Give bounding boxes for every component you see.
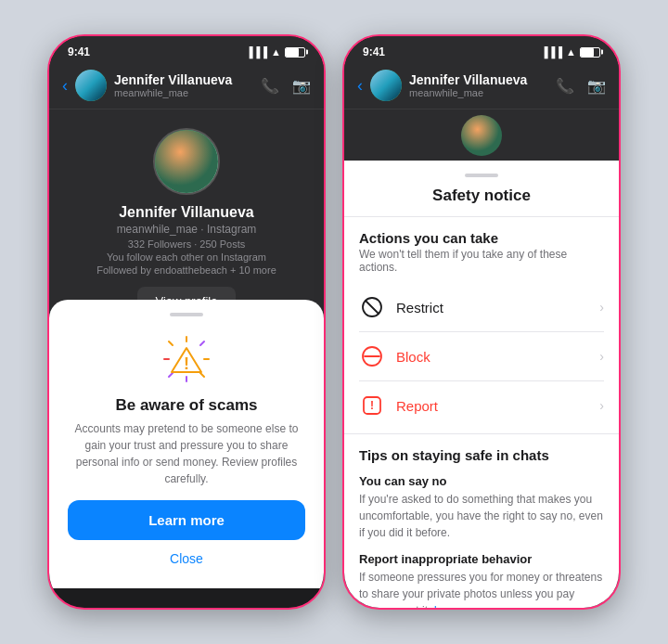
block-icon bbox=[359, 343, 385, 369]
restrict-action[interactable]: Restrict › bbox=[359, 283, 604, 332]
back-button-right[interactable]: ‹ bbox=[357, 76, 363, 96]
header-avatar-left bbox=[75, 70, 107, 101]
signal-icon-right: ▐▐▐ bbox=[541, 46, 562, 58]
safety-notice-sheet: Safety notice Actions you can take We wo… bbox=[344, 161, 619, 610]
block-chevron: › bbox=[599, 349, 604, 364]
sheet-handle-right bbox=[465, 174, 498, 177]
restrict-chevron: › bbox=[599, 300, 604, 315]
actions-subtitle: We won't tell them if you take any of th… bbox=[359, 248, 604, 274]
restrict-label: Restrict bbox=[396, 300, 599, 316]
block-label: Block bbox=[396, 349, 599, 365]
svg-line-7 bbox=[200, 373, 204, 377]
warning-icon-container: ! bbox=[159, 331, 214, 387]
sheet-handle-left bbox=[170, 313, 203, 316]
tips-section: Tips on staying safe in chats You can sa… bbox=[344, 433, 619, 610]
video-icon-right[interactable]: 📷 bbox=[587, 77, 606, 95]
profile-peek-avatar bbox=[461, 115, 502, 156]
chat-header-right: ‹ Jennifer Villanueva meanwhile_mae 📞 📷 bbox=[344, 62, 619, 109]
report-label: Report bbox=[396, 398, 599, 414]
tip-report-title: Report inappropriate behavior bbox=[359, 552, 604, 566]
status-bar-left: 9:41 ▐▐▐ ▲ bbox=[49, 36, 324, 62]
header-actions-left: 📞 📷 bbox=[261, 77, 311, 95]
svg-line-4 bbox=[169, 341, 173, 345]
battery-icon-right bbox=[580, 47, 600, 58]
header-info-left: Jennifer Villanueva meanwhile_mae bbox=[114, 72, 261, 98]
time-left: 9:41 bbox=[68, 45, 90, 58]
svg-line-6 bbox=[169, 373, 173, 377]
report-action[interactable]: ! Report › bbox=[359, 381, 604, 430]
tip-say-no-title: You can say no bbox=[359, 474, 604, 488]
header-handle-right: meanwhile_mae bbox=[409, 87, 556, 98]
status-bar-right: 9:41 ▐▐▐ ▲ bbox=[344, 36, 619, 62]
safety-notice-header: Safety notice bbox=[344, 161, 619, 217]
profile-name: Jennifer Villanueva bbox=[119, 204, 254, 221]
chat-body-left: Jennifer Villanueva meanwhile_mae · Inst… bbox=[49, 109, 324, 588]
tip-say-no: You can say no If you're asked to do som… bbox=[359, 474, 604, 541]
scam-title: Be aware of scams bbox=[115, 396, 257, 415]
battery-icon-left bbox=[285, 47, 305, 58]
tips-title: Tips on staying safe in chats bbox=[359, 447, 604, 463]
chat-header-left: ‹ Jennifer Villanueva meanwhile_mae 📞 📷 bbox=[49, 62, 324, 109]
call-icon-left[interactable]: 📞 bbox=[261, 77, 279, 95]
profile-avatar-large bbox=[153, 128, 220, 195]
safety-notice-title: Safety notice bbox=[359, 187, 604, 205]
header-name-right: Jennifer Villanueva bbox=[409, 72, 556, 87]
restrict-icon bbox=[359, 294, 385, 320]
svg-line-11 bbox=[366, 301, 379, 314]
tip-report-desc: If someone pressures you for money or th… bbox=[359, 569, 604, 610]
svg-line-5 bbox=[200, 341, 204, 345]
tip-say-no-desc: If you're asked to do something that mak… bbox=[359, 491, 604, 541]
profile-handle: meanwhile_mae · Instagram bbox=[117, 223, 257, 236]
profile-peek-area bbox=[344, 109, 619, 161]
header-avatar-right bbox=[370, 70, 402, 101]
scam-warning-sheet: ! Be aware of scams Accounts may pretend… bbox=[49, 300, 324, 588]
time-right: 9:41 bbox=[363, 45, 385, 58]
svg-text:!: ! bbox=[370, 399, 374, 412]
scam-description: Accounts may pretend to be someone else … bbox=[68, 420, 305, 487]
header-name-left: Jennifer Villanueva bbox=[114, 72, 261, 87]
header-handle-left: meanwhile_mae bbox=[114, 87, 261, 98]
profile-mutual1: You follow each other on Instagram bbox=[107, 251, 266, 263]
actions-title: Actions you can take bbox=[359, 230, 604, 246]
learn-more-link[interactable]: Learn more bbox=[434, 604, 491, 610]
video-icon-left[interactable]: 📷 bbox=[292, 77, 311, 95]
signal-icon-left: ▐▐▐ bbox=[246, 46, 267, 58]
report-chevron: › bbox=[599, 398, 604, 413]
right-phone: 9:41 ▐▐▐ ▲ ‹ Jennifer Villanueva meanwhi… bbox=[342, 34, 621, 610]
learn-more-button[interactable]: Learn more bbox=[68, 500, 305, 540]
wifi-icon-left: ▲ bbox=[271, 46, 281, 58]
profile-mutual2: Followed by endoatthebeach + 10 more bbox=[96, 264, 276, 276]
tip-report-behavior: Report inappropriate behavior If someone… bbox=[359, 552, 604, 610]
wifi-icon-right: ▲ bbox=[566, 46, 576, 58]
call-icon-right[interactable]: 📞 bbox=[556, 77, 574, 95]
actions-section: Actions you can take We won't tell them … bbox=[344, 217, 619, 433]
back-button-left[interactable]: ‹ bbox=[62, 76, 68, 96]
report-icon: ! bbox=[359, 393, 385, 419]
profile-stats: 332 Followers · 250 Posts bbox=[128, 238, 246, 250]
warning-triangle-icon: ! bbox=[162, 335, 211, 383]
svg-text:!: ! bbox=[184, 354, 189, 373]
header-actions-right: 📞 📷 bbox=[556, 77, 606, 95]
left-phone: 9:41 ▐▐▐ ▲ ‹ Jennifer Villanueva meanwhi… bbox=[47, 34, 326, 610]
block-action[interactable]: Block › bbox=[359, 332, 604, 381]
header-info-right: Jennifer Villanueva meanwhile_mae bbox=[409, 72, 556, 98]
close-link[interactable]: Close bbox=[166, 547, 207, 570]
